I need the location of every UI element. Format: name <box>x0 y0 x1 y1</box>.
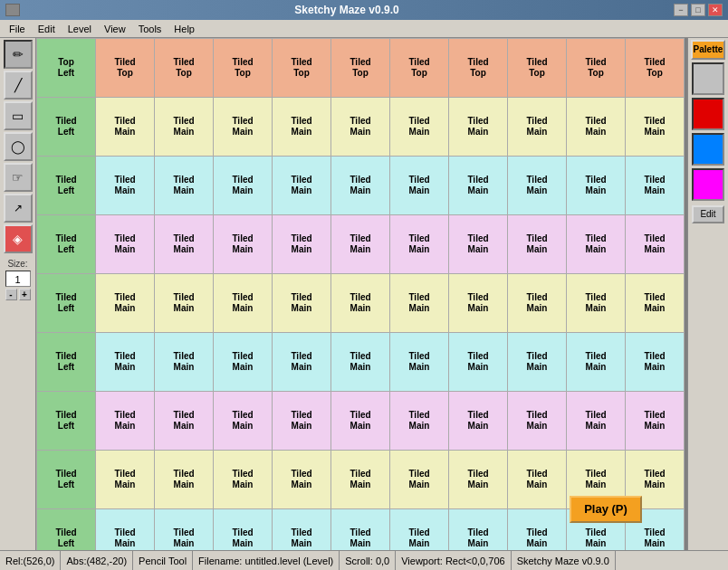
table-row[interactable]: TiledMain <box>96 451 155 509</box>
line-tool-button[interactable]: ╱ <box>4 71 33 100</box>
table-row[interactable]: TiledMain <box>508 509 567 551</box>
menu-edit[interactable]: Edit <box>33 23 61 35</box>
table-row[interactable]: TiledMain <box>214 98 273 157</box>
table-row[interactable]: TiledMain <box>626 215 685 274</box>
table-row[interactable]: TiledMain <box>214 392 273 451</box>
table-row[interactable]: TiledMain <box>390 98 449 157</box>
table-row[interactable]: TiledTop <box>626 39 685 98</box>
table-row[interactable]: TiledMain <box>331 392 390 451</box>
table-row[interactable]: TiledMain <box>449 333 508 392</box>
menu-file[interactable]: File <box>4 23 31 35</box>
table-row[interactable]: TiledLeft <box>37 333 96 392</box>
table-row[interactable]: TiledMain <box>331 157 390 215</box>
table-row[interactable]: TiledMain <box>508 392 567 451</box>
table-row[interactable]: TiledMain <box>273 215 331 274</box>
table-row[interactable]: TiledMain <box>626 157 685 215</box>
minimize-button[interactable]: − <box>674 4 688 16</box>
actor-tool-button[interactable]: ☞ <box>4 163 33 192</box>
table-row[interactable]: TiledTop <box>567 39 626 98</box>
table-row[interactable]: TiledMain <box>508 98 567 157</box>
table-row[interactable]: TiledMain <box>273 333 331 392</box>
table-row[interactable]: TiledLeft <box>37 451 96 509</box>
table-row[interactable]: TiledMain <box>567 392 626 451</box>
table-row[interactable]: TiledTop <box>155 39 214 98</box>
table-row[interactable]: TiledMain <box>214 333 273 392</box>
menu-level[interactable]: Level <box>62 23 97 35</box>
table-row[interactable]: TiledMain <box>155 451 214 509</box>
menu-view[interactable]: View <box>99 23 131 35</box>
table-row[interactable]: TiledMain <box>273 509 331 551</box>
table-row[interactable]: TiledTop <box>449 39 508 98</box>
edit-button[interactable]: Edit <box>692 205 724 223</box>
menu-tools[interactable]: Tools <box>133 23 168 35</box>
table-row[interactable]: TiledMain <box>626 98 685 157</box>
table-row[interactable]: TiledMain <box>567 98 626 157</box>
table-row[interactable]: TiledMain <box>626 274 685 333</box>
rect-tool-button[interactable]: ▭ <box>4 101 33 130</box>
size-plus-button[interactable]: + <box>19 289 31 300</box>
table-row[interactable]: TiledTop <box>331 39 390 98</box>
swatch-red[interactable] <box>692 98 724 130</box>
table-row[interactable]: TiledLeft <box>37 274 96 333</box>
table-row[interactable]: TiledMain <box>508 333 567 392</box>
canvas-area[interactable]: TopLeftTiledTopTiledTopTiledTopTiledTopT… <box>36 38 687 550</box>
table-row[interactable]: TiledMain <box>390 157 449 215</box>
table-row[interactable]: TiledMain <box>508 215 567 274</box>
table-row[interactable]: TiledMain <box>449 509 508 551</box>
table-row[interactable]: TiledMain <box>96 157 155 215</box>
table-row[interactable]: TiledMain <box>155 274 214 333</box>
table-row[interactable]: TiledMain <box>273 157 331 215</box>
table-row[interactable]: TiledMain <box>626 392 685 451</box>
table-row[interactable]: TiledMain <box>390 451 449 509</box>
play-button[interactable]: Play (P) <box>570 496 642 523</box>
table-row[interactable]: TiledMain <box>96 274 155 333</box>
table-row[interactable]: TiledMain <box>449 215 508 274</box>
maximize-button[interactable]: □ <box>691 4 705 16</box>
table-row[interactable]: TiledMain <box>273 274 331 333</box>
table-row[interactable]: TiledMain <box>449 98 508 157</box>
table-row[interactable]: TiledMain <box>331 509 390 551</box>
swatch-gray[interactable] <box>692 62 724 95</box>
table-row[interactable]: TiledMain <box>214 157 273 215</box>
ellipse-tool-button[interactable]: ◯ <box>4 132 33 161</box>
table-row[interactable]: TiledMain <box>567 274 626 333</box>
table-row[interactable]: TiledMain <box>390 509 449 551</box>
vector-tool-button[interactable]: ↗ <box>4 194 33 223</box>
table-row[interactable]: TiledMain <box>508 274 567 333</box>
table-row[interactable]: TiledMain <box>449 274 508 333</box>
table-row[interactable]: TiledLeft <box>37 98 96 157</box>
table-row[interactable]: TiledMain <box>390 274 449 333</box>
table-row[interactable]: TiledTop <box>273 39 331 98</box>
table-row[interactable]: TopLeft <box>37 39 96 98</box>
table-row[interactable]: TiledMain <box>331 451 390 509</box>
close-button[interactable]: ✕ <box>708 4 723 16</box>
table-row[interactable]: TiledMain <box>508 451 567 509</box>
table-row[interactable]: TiledMain <box>449 451 508 509</box>
table-row[interactable]: TiledMain <box>390 215 449 274</box>
table-row[interactable]: TiledMain <box>331 215 390 274</box>
table-row[interactable]: TiledTop <box>214 39 273 98</box>
table-row[interactable]: TiledMain <box>96 333 155 392</box>
eraser-tool-button[interactable]: ◈ <box>4 224 33 253</box>
table-row[interactable]: TiledMain <box>567 333 626 392</box>
table-row[interactable]: TiledMain <box>449 392 508 451</box>
table-row[interactable]: TiledMain <box>96 215 155 274</box>
table-row[interactable]: TiledTop <box>390 39 449 98</box>
swatch-magenta[interactable] <box>692 168 724 201</box>
pencil-tool-button[interactable]: ✏ <box>4 40 33 69</box>
table-row[interactable]: TiledMain <box>96 98 155 157</box>
table-row[interactable]: TiledLeft <box>37 215 96 274</box>
table-row[interactable]: TiledMain <box>390 392 449 451</box>
palette-button[interactable]: Palette <box>691 40 725 60</box>
table-row[interactable]: TiledMain <box>214 274 273 333</box>
table-row[interactable]: TiledMain <box>96 509 155 551</box>
table-row[interactable]: TiledMain <box>155 509 214 551</box>
table-row[interactable]: TiledLeft <box>37 392 96 451</box>
table-row[interactable]: TiledMain <box>273 98 331 157</box>
table-row[interactable]: TiledMain <box>155 392 214 451</box>
size-minus-button[interactable]: - <box>5 289 17 300</box>
table-row[interactable]: TiledTop <box>96 39 155 98</box>
table-row[interactable]: TiledMain <box>214 215 273 274</box>
table-row[interactable]: TiledLeft <box>37 509 96 551</box>
table-row[interactable]: TiledMain <box>155 333 214 392</box>
